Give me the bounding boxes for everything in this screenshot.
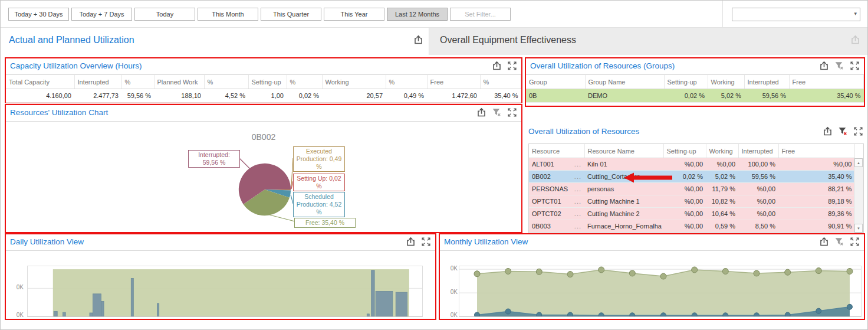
- button-today[interactable]: Today: [134, 8, 195, 21]
- y-axis-tick: 0K: [442, 289, 458, 295]
- row-ellipsis[interactable]: ...: [574, 173, 581, 180]
- button-this-quarter[interactable]: This Quarter: [261, 8, 321, 21]
- row-ellipsis[interactable]: ...: [574, 198, 581, 205]
- pie-graphic: [238, 162, 292, 217]
- annotation-red-box-daily: Daily Utilization View 0K 0K: [5, 233, 436, 320]
- table-row[interactable]: 0B002... Cutting_Cortadora0,02 % 5,02 %5…: [529, 171, 855, 183]
- button-today-plus-7-days[interactable]: Today + 7 Days: [71, 8, 132, 21]
- panel-title: Monthly Utilization View: [444, 237, 528, 246]
- monthly-plot-area: [459, 266, 862, 317]
- pie-label-free: Free: 35,40 %: [294, 218, 356, 228]
- monthly-area-graphic: [459, 266, 861, 316]
- table-row[interactable]: 4.160,002.477,73 59,56 %188,10 4,52 %1,0…: [6, 89, 521, 103]
- daily-plot-area: [27, 266, 423, 317]
- export-icon[interactable]: [819, 61, 829, 71]
- table-header-row: Total CapacityInterrupted %Planned Work …: [6, 75, 521, 89]
- expand-icon[interactable]: [853, 126, 863, 136]
- y-axis-tick: 0K: [442, 265, 458, 272]
- export-icon[interactable]: [819, 237, 829, 247]
- export-icon[interactable]: [492, 61, 502, 71]
- table-row[interactable]: ALT001... Kiln 01%0,00 %0,00100,00 % %0,…: [529, 158, 855, 171]
- row-ellipsis[interactable]: ...: [574, 161, 581, 168]
- pie-label-executed-production: Executed Production: 0,49 %: [293, 146, 345, 172]
- annotation-red-box-groups: Overall Utilization of Resources (Groups…: [525, 57, 865, 107]
- expand-icon[interactable]: [421, 237, 431, 247]
- button-today-plus-30-days[interactable]: Today + 30 Days: [8, 8, 69, 21]
- y-axis-tick: 0K: [8, 312, 24, 318]
- panel-title: Daily Utilization View: [10, 237, 84, 246]
- table-header-row: GroupGroup Name Setting-upWorking Interr…: [526, 75, 864, 89]
- panel-resources-utilization-chart: Resources' Utilization Chart 0B002 Execu…: [6, 105, 521, 232]
- pie-label-setting-up: Setting Up: 0,02 %: [293, 174, 345, 191]
- chevron-down-icon: ▾: [854, 11, 857, 17]
- panel-title: Capacity Utilization Overview (Hours): [10, 61, 142, 70]
- panel-title: Overall Utilization of Resources (Groups…: [530, 61, 675, 70]
- scroll-up-button[interactable]: ▲: [854, 158, 863, 167]
- table-header-row: Resource Resource Name Setting-up Workin…: [529, 144, 855, 158]
- date-range-toolbar: Today + 30 Days Today + 7 Days Today Thi…: [1, 1, 867, 28]
- utilization-dashboard: Today + 30 Days Today + 7 Days Today Thi…: [0, 0, 868, 330]
- panel-resources-utilization-table: Overall Utilization of Resources Resourc…: [528, 124, 864, 232]
- panel-groups-utilization: Overall Utilization of Resources (Groups…: [526, 58, 864, 106]
- button-last-12-months[interactable]: Last 12 Months: [387, 8, 448, 21]
- annotation-red-box-capacity: Capacity Utilization Overview (Hours) To…: [5, 57, 522, 103]
- button-set-filter[interactable]: Set Filter...: [450, 8, 511, 21]
- capacity-table: Total CapacityInterrupted %Planned Work …: [6, 75, 521, 103]
- export-icon: [850, 35, 860, 45]
- filter-clear-icon[interactable]: [834, 237, 844, 247]
- daily-area-graphic: [28, 266, 422, 316]
- panel-monthly-utilization: Monthly Utilization View 0K 0K 0K: [440, 234, 864, 319]
- groups-table: GroupGroup Name Setting-upWorking Interr…: [526, 75, 864, 103]
- date-range-buttons: Today + 30 Days Today + 7 Days Today Thi…: [8, 8, 511, 21]
- resources-table-wrapper: Resource Resource Name Setting-up Workin…: [528, 143, 864, 233]
- panel-capacity-utilization-overview: Capacity Utilization Overview (Hours) To…: [6, 58, 521, 102]
- button-this-month[interactable]: This Month: [198, 8, 258, 21]
- annotation-red-box-monthly: Monthly Utilization View 0K 0K 0K: [439, 233, 865, 320]
- filter-dropdown[interactable]: ▾: [732, 8, 860, 21]
- tab-actual-and-planned-utilization[interactable]: Actual and Planned Utilization: [9, 35, 134, 45]
- resources-table: Resource Resource Name Setting-up Workin…: [529, 144, 855, 233]
- tab-bar: Actual and Planned Utilization Overall E…: [1, 28, 867, 55]
- panel-title: Overall Utilization of Resources: [528, 127, 639, 136]
- expand-icon[interactable]: [850, 237, 860, 247]
- annotation-red-box-pie: Resources' Utilization Chart 0B002 Execu…: [5, 104, 522, 233]
- table-row[interactable]: OPTCT02... Cutting Machine 2%0,00 10,64 …: [529, 208, 855, 220]
- filter-clear-red-icon[interactable]: [838, 126, 848, 136]
- expand-icon[interactable]: [850, 61, 860, 71]
- pie-label-interrupted: Interrupted: 59,56 %: [188, 150, 240, 168]
- pie-chart: 0B002 Executed Production: 0,49 % Settin…: [6, 122, 521, 233]
- expand-icon[interactable]: [507, 107, 517, 117]
- table-row[interactable]: 0BDEMO 0,02 %5,02 % 59,56 %35,40 %: [526, 89, 864, 103]
- y-axis-tick: 0K: [8, 284, 24, 290]
- panel-title: Resources' Utilization Chart: [10, 108, 108, 117]
- monthly-utilization-chart: 0K 0K 0K: [440, 251, 864, 319]
- export-icon[interactable]: [476, 107, 486, 117]
- export-icon[interactable]: [406, 237, 416, 247]
- filter-clear-icon[interactable]: [834, 61, 844, 71]
- expand-icon[interactable]: [507, 61, 517, 71]
- daily-utilization-chart: 0K 0K: [6, 251, 435, 319]
- inactive-tab-strip: Overall Equipment Effectiveness: [429, 28, 867, 55]
- table-row[interactable]: 0B003... Furnace_Horno_Fornalha%0,00 0,5…: [529, 220, 855, 233]
- row-ellipsis[interactable]: ...: [574, 185, 581, 192]
- filter-clear-icon[interactable]: [492, 107, 502, 117]
- y-axis-tick: 0K: [442, 312, 458, 318]
- pie-label-scheduled-production: Scheduled Production: 4,52 %: [293, 192, 345, 217]
- scroll-down-button[interactable]: ▼: [854, 224, 863, 233]
- row-ellipsis[interactable]: ...: [574, 223, 581, 230]
- table-scrollbar[interactable]: ▲ ▼: [854, 158, 863, 233]
- button-this-year[interactable]: This Year: [324, 8, 384, 21]
- row-ellipsis[interactable]: ...: [574, 210, 581, 217]
- export-icon[interactable]: [823, 126, 833, 136]
- toolbar-divider: [722, 1, 723, 27]
- panel-daily-utilization: Daily Utilization View 0K 0K: [6, 234, 435, 319]
- export-icon[interactable]: [413, 35, 423, 45]
- tab-overall-equipment-effectiveness[interactable]: Overall Equipment Effectiveness: [440, 35, 576, 45]
- table-row[interactable]: PERSONAS... personas%0,00 11,79 %%0,00 8…: [529, 183, 855, 195]
- annotation-red-arrow: [623, 172, 673, 184]
- table-row[interactable]: OPTCT01... Cutting Machine 1%0,00 10,82 …: [529, 195, 855, 208]
